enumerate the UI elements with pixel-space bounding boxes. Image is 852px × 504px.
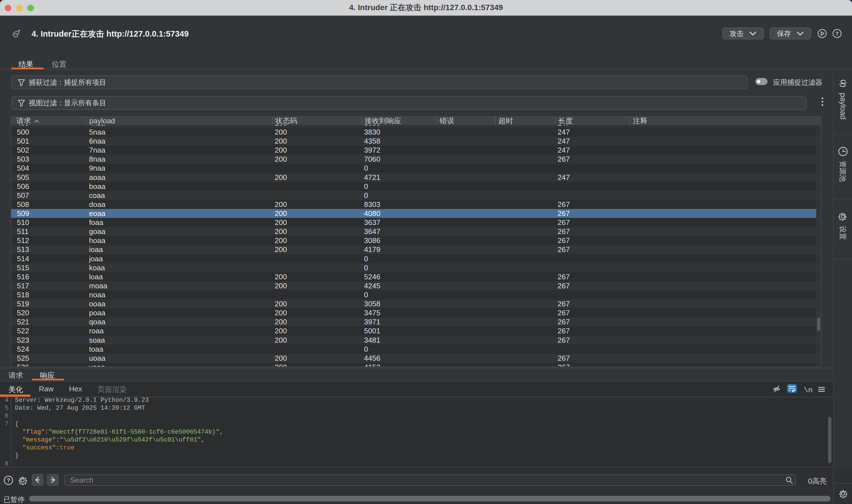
svg-text:?: ? (7, 477, 10, 483)
svg-text:?: ? (835, 31, 839, 37)
